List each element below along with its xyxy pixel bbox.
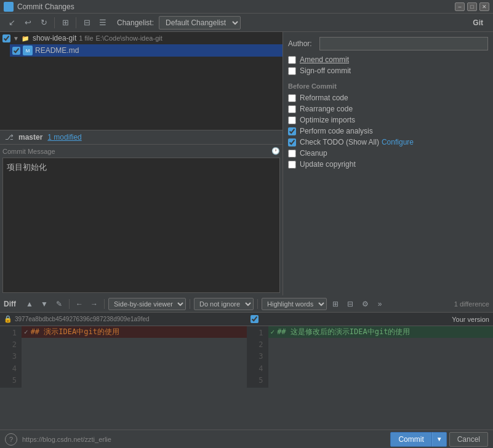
- amend-label[interactable]: Amend commit: [300, 55, 349, 64]
- rearrange-code-row: Rearrange code: [288, 105, 488, 113]
- signoff-label[interactable]: Sign-off commit: [300, 66, 351, 75]
- diff-header: Diff ▲ ▼ ✎ ← → Side-by-side viewer Do no…: [0, 295, 493, 313]
- ignore-dropdown[interactable]: Do not ignore: [194, 298, 254, 310]
- diff-count: 1 difference: [454, 300, 489, 308]
- minimize-button[interactable]: –: [455, 2, 465, 11]
- signoff-checkbox[interactable]: [288, 67, 296, 75]
- commit-message-input[interactable]: 项目初始化: [2, 158, 280, 293]
- rearrange-checkbox[interactable]: [288, 105, 296, 113]
- refresh-button[interactable]: ↻: [37, 16, 50, 30]
- toolbar-separator-1: [54, 17, 55, 28]
- add-button[interactable]: ↙: [5, 16, 18, 30]
- diff-right-line-1: ✓## 这是修改后的演示IDEA中git的使用: [268, 326, 494, 338]
- diff-up-button[interactable]: ▲: [23, 298, 36, 310]
- commit-message-title: Commit Message: [2, 148, 55, 155]
- amend-checkbox[interactable]: [288, 56, 296, 64]
- before-commit-title: Before Commit: [288, 82, 488, 90]
- highlight-dropdown[interactable]: Highlight words: [262, 298, 327, 310]
- collapse-button[interactable]: ☰: [96, 16, 110, 30]
- diff-section: Diff ▲ ▼ ✎ ← → Side-by-side viewer Do no…: [0, 295, 493, 430]
- status-url: https://blog.csdn.net/zzti_erlie: [22, 436, 111, 443]
- tree-expand-icon[interactable]: ▼: [13, 35, 19, 42]
- close-button[interactable]: ✕: [479, 2, 489, 11]
- signoff-commit-row: Sign-off commit: [288, 66, 488, 75]
- folder-icon: 📁: [20, 33, 30, 43]
- author-input[interactable]: [319, 37, 488, 50]
- diff-right-checkbox[interactable]: [251, 315, 259, 323]
- diff-right-code-1: ✓## 这是修改后的演示IDEA中git的使用: [268, 326, 411, 338]
- app-icon: [4, 2, 14, 12]
- optimize-checkbox[interactable]: [288, 116, 296, 124]
- diff-settings-button[interactable]: ⚙: [359, 298, 371, 310]
- clock-icon[interactable]: 🕐: [271, 147, 280, 155]
- copyright-row: Update copyright: [288, 160, 488, 169]
- main-toolbar: ↙ ↩ ↻ ⊞ ⊟ ☰ Changelist: Default Changeli…: [0, 14, 493, 32]
- modified-count[interactable]: 1 modified: [47, 133, 81, 142]
- diff-prev-button[interactable]: ←: [73, 298, 86, 310]
- analysis-checkbox[interactable]: [288, 127, 296, 135]
- commit-dropdown-button[interactable]: ▼: [432, 432, 447, 447]
- todo-label[interactable]: Check TODO (Show All): [300, 138, 379, 146]
- diff-right-version: Your version: [452, 316, 489, 323]
- diff-edit-button[interactable]: ✎: [53, 298, 65, 310]
- action-buttons: Commit ▼ Cancel: [390, 432, 488, 447]
- diff-more-button[interactable]: »: [374, 298, 386, 310]
- copyright-checkbox[interactable]: [288, 161, 296, 169]
- commit-dialog: ↙ ↩ ↻ ⊞ ⊟ ☰ Changelist: Default Changeli…: [0, 14, 493, 448]
- diff-left-filename: 3977ea8bdbcb4549276396c987238d909e1a9fed: [15, 316, 150, 322]
- viewer-dropdown[interactable]: Side-by-side viewer: [108, 298, 186, 310]
- cleanup-row: Cleanup: [288, 149, 488, 158]
- todo-checkbox[interactable]: [288, 138, 296, 146]
- copyright-label[interactable]: Update copyright: [300, 160, 356, 169]
- diff-down-button[interactable]: ▼: [38, 298, 50, 310]
- root-checkbox[interactable]: [2, 34, 10, 42]
- analysis-label[interactable]: Perform code analysis: [300, 127, 373, 135]
- analysis-row: Perform code analysis: [288, 127, 488, 135]
- author-row: Author:: [288, 37, 488, 50]
- bottom-bar: ? https://blog.csdn.net/zzti_erlie Commi…: [0, 430, 493, 448]
- tree-root-item[interactable]: ▼ 📁 show-idea-git 1 file E:\Code\show-id…: [0, 32, 283, 44]
- diff-sync-button[interactable]: ⊟: [344, 298, 356, 310]
- root-name: show-idea-git: [33, 34, 76, 42]
- diff-sep-4: [257, 299, 258, 309]
- window-controls: – □ ✕: [455, 2, 489, 11]
- root-meta: 1 file: [79, 34, 93, 42]
- cancel-button[interactable]: Cancel: [449, 432, 488, 447]
- reformat-checkbox[interactable]: [288, 94, 296, 102]
- title-bar: Commit Changes – □ ✕: [0, 0, 493, 14]
- branch-status-bar: ⎇ master 1 modified: [0, 130, 283, 145]
- undo-button[interactable]: ↩: [21, 16, 34, 30]
- expand-button[interactable]: ⊟: [80, 16, 94, 30]
- dialog-title: Commit Changes: [17, 2, 455, 11]
- branch-name: master: [18, 133, 42, 142]
- root-path: E:\Code\show-idea-git: [96, 34, 162, 42]
- maximize-button[interactable]: □: [467, 2, 477, 11]
- cleanup-label[interactable]: Cleanup: [300, 149, 327, 158]
- left-panel: ▼ 📁 show-idea-git 1 file E:\Code\show-id…: [0, 32, 283, 295]
- commit-section: Commit Message 🕐 项目初始化: [0, 145, 283, 295]
- help-button[interactable]: ?: [5, 433, 17, 446]
- commit-button[interactable]: Commit: [390, 432, 431, 447]
- diff-columns-button[interactable]: ⊞: [329, 298, 342, 310]
- file-item-readme[interactable]: M README.md: [10, 44, 283, 57]
- diff-right-file-bar: Your version: [247, 313, 494, 326]
- content-area: ▼ 📁 show-idea-git 1 file E:\Code\show-id…: [0, 32, 493, 295]
- diff-left-line-numbers: 12345: [0, 326, 22, 388]
- toolbar-separator-2: [76, 17, 76, 28]
- diff-right-code: ✓## 这是修改后的演示IDEA中git的使用: [268, 326, 494, 388]
- reformat-label[interactable]: Reformat code: [300, 94, 348, 102]
- lock-icon: 🔒: [4, 315, 12, 323]
- rearrange-label[interactable]: Rearrange code: [300, 105, 353, 113]
- optimize-label[interactable]: Optimize imports: [300, 116, 355, 124]
- diff-right-panel: Your version 12345 ✓## 这是修改后的演示IDEA中git的…: [247, 313, 494, 430]
- cleanup-checkbox[interactable]: [288, 150, 296, 158]
- changelist-select[interactable]: Default Changelist: [159, 16, 241, 30]
- file-checkbox-readme[interactable]: [12, 47, 20, 55]
- amend-commit-row: Amend commit: [288, 55, 488, 64]
- group-button[interactable]: ⊞: [58, 16, 72, 30]
- configure-link[interactable]: Configure: [382, 138, 414, 146]
- changelist-label: Changelist:: [117, 18, 154, 27]
- git-section-label: Git: [473, 18, 488, 27]
- todo-row: Check TODO (Show All) Configure: [288, 138, 488, 146]
- diff-next-button[interactable]: →: [88, 298, 100, 310]
